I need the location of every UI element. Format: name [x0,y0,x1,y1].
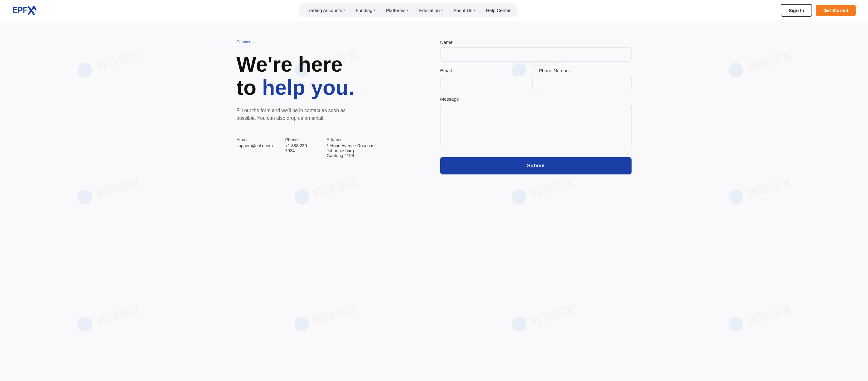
nav-item-about-us[interactable]: About Us ▾ [448,5,480,16]
breadcrumb: Contact Us [237,39,397,44]
hero-heading: We're hereto help you. [237,53,397,99]
logo-text: EPF [12,5,36,16]
contact-email: Email: support@epfx.com [237,137,273,158]
hero-subtitle: Fill out the form and we'll be in contac… [237,107,366,122]
header-actions: Sign In Get Started [781,4,856,17]
nav-item-help-center[interactable]: Help Center [481,5,516,16]
contact-phone: Phone: +1 888 239 7924 [285,137,314,158]
logo-x-icon [28,5,36,16]
phone-label: Phone Number [539,68,631,73]
contact-info: Email: support@epfx.com Phone: +1 888 23… [237,137,397,158]
contact-form-section: Name Email Phone Number Message Submit [440,39,631,174]
breadcrumb-us: Us [252,39,256,44]
main-content: Contact Us We're hereto help you. Fill o… [218,21,650,199]
email-field-group: Email [440,68,533,90]
svg-line-2 [34,7,36,10]
chevron-down-icon: ▾ [343,8,345,12]
left-section: Contact Us We're hereto help you. Fill o… [237,39,397,158]
phone-field-group: Phone Number [539,68,631,90]
email-phone-row: Email Phone Number [440,68,631,96]
name-input[interactable] [440,47,631,62]
contact-address: Address: 1 Hood Avenue Rosebank Johannes… [327,137,397,158]
get-started-button[interactable]: Get Started [816,5,856,16]
nav-item-funding[interactable]: Funding ▾ [351,5,380,16]
email-label: Email [440,68,533,73]
logo[interactable]: EPF [12,4,36,17]
header: EPF Trading Accounts ▾ Funding ▾ Platfor… [0,0,868,21]
email-input[interactable] [440,76,533,90]
name-label: Name [440,39,631,45]
name-field-group: Name [440,39,631,62]
submit-button[interactable]: Submit [440,157,631,174]
chevron-down-icon: ▾ [373,8,375,12]
message-field-group: Message [440,96,631,148]
chevron-down-icon: ▾ [473,8,475,12]
chevron-down-icon: ▾ [407,8,409,12]
message-textarea[interactable] [440,104,631,147]
sign-in-button[interactable]: Sign In [781,4,812,17]
phone-input[interactable] [539,76,631,90]
breadcrumb-contact: Contact [237,39,250,44]
nav-item-education[interactable]: Education ▾ [414,5,448,16]
nav-item-trading-accounts[interactable]: Trading Accounts ▾ [302,5,350,16]
chevron-down-icon: ▾ [441,8,443,12]
nav-item-platforms[interactable]: Platforms ▾ [381,5,413,16]
message-label: Message [440,96,631,101]
nav: Trading Accounts ▾ Funding ▾ Platforms ▾… [299,3,519,17]
